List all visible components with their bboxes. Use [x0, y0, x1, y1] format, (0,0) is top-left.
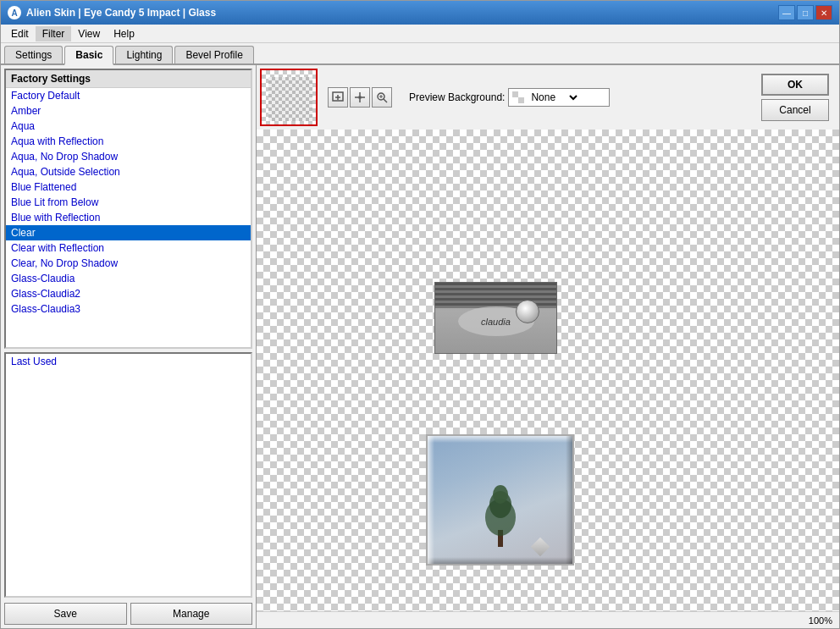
list-item[interactable]: Blue with Reflection — [6, 210, 251, 225]
claudia-preview: claudia — [434, 282, 557, 354]
pan-button[interactable] — [350, 87, 370, 108]
list-item[interactable]: Amber — [6, 103, 251, 119]
svg-point-3 — [358, 96, 362, 99]
left-panel: Factory Settings Factory Default Amber A… — [1, 65, 257, 628]
manage-button[interactable]: Manage — [130, 603, 253, 625]
right-panel: Preview Background: None White Black Cus… — [257, 65, 839, 628]
ok-cancel-area: OK Cancel — [761, 74, 836, 121]
main-window: A Alien Skin | Eye Candy 5 Impact | Glas… — [0, 0, 840, 629]
claudia-stripes — [435, 283, 556, 308]
thumbnail-box — [260, 69, 318, 126]
user-settings-item[interactable]: Last Used — [6, 354, 251, 369]
glass-bevel-top — [428, 436, 572, 443]
list-item[interactable]: Glass-Claudia — [6, 271, 251, 286]
user-settings-container[interactable]: Last Used — [4, 352, 252, 598]
list-item[interactable]: Clear, No Drop Shadow — [6, 256, 251, 271]
menu-help[interactable]: Help — [107, 26, 141, 41]
list-item[interactable]: Glass-Claudia2 — [6, 286, 251, 301]
title-bar: A Alien Skin | Eye Candy 5 Impact | Glas… — [1, 1, 839, 25]
glass-bevel-left — [428, 436, 434, 564]
list-item-selected[interactable]: Clear — [6, 225, 251, 240]
preview-bg-select-container[interactable]: None White Black Custom — [508, 88, 610, 107]
status-bar: 100% — [257, 611, 839, 628]
glass-background — [428, 436, 572, 564]
list-item[interactable]: Glass-Claudia3 — [6, 301, 251, 317]
menu-bar: Edit Filter View Help — [1, 25, 839, 43]
app-icon: A — [8, 6, 21, 19]
minimize-button[interactable]: — — [778, 5, 795, 20]
pan-icon — [353, 91, 367, 104]
toolbar-icons — [328, 87, 392, 108]
claudia-ball — [516, 300, 539, 323]
tab-lighting[interactable]: Lighting — [115, 46, 173, 63]
list-item[interactable]: Clear with Reflection — [6, 240, 251, 256]
glass-diamond — [531, 538, 550, 557]
close-button[interactable]: ✕ — [815, 5, 832, 20]
bottom-buttons: Save Manage — [1, 599, 256, 628]
list-item[interactable]: Aqua, Outside Selection — [6, 164, 251, 179]
right-toolbar: Preview Background: None White Black Cus… — [257, 65, 839, 130]
svg-rect-11 — [512, 97, 518, 103]
svg-rect-8 — [512, 91, 518, 97]
list-item[interactable]: Factory Default — [6, 88, 251, 103]
preview-bg-dropdown[interactable]: None White Black Custom — [528, 91, 580, 104]
glass-bevel-bottom — [428, 557, 572, 564]
glass-preview — [426, 434, 574, 566]
zoom-button[interactable] — [372, 87, 392, 108]
tab-bar: Settings Basic Lighting Bevel Profile — [1, 43, 839, 65]
cancel-button[interactable]: Cancel — [761, 99, 829, 121]
ok-button[interactable]: OK — [761, 74, 829, 96]
svg-point-15 — [493, 485, 508, 504]
window-controls: — □ ✕ — [778, 5, 832, 20]
checkerboard-icon — [512, 91, 524, 103]
thumbnail-inner — [268, 77, 312, 121]
list-item[interactable]: Aqua, No Drop Shadow — [6, 149, 251, 164]
preview-bg-label: Preview Background: — [409, 91, 505, 103]
svg-rect-9 — [518, 97, 524, 103]
svg-line-5 — [384, 99, 387, 102]
main-content: Factory Settings Factory Default Amber A… — [1, 65, 839, 628]
zoom-fit-button[interactable] — [328, 87, 348, 108]
list-item[interactable]: Blue Flattened — [6, 179, 251, 195]
tab-bevel-profile[interactable]: Bevel Profile — [174, 46, 253, 63]
factory-settings-header: Factory Settings — [6, 70, 251, 88]
svg-rect-10 — [518, 91, 524, 97]
zoom-fit-icon — [331, 91, 345, 104]
glass-bevel-right — [566, 436, 572, 564]
menu-edit[interactable]: Edit — [4, 26, 36, 41]
zoom-level: 100% — [809, 615, 832, 626]
menu-filter[interactable]: Filter — [36, 26, 72, 41]
preview-canvas: claudia — [257, 130, 839, 611]
zoom-icon — [375, 91, 389, 104]
save-button[interactable]: Save — [4, 603, 127, 625]
menu-view[interactable]: View — [71, 26, 107, 41]
list-item[interactable]: Aqua — [6, 119, 251, 134]
maximize-button[interactable]: □ — [797, 5, 814, 20]
list-item[interactable]: Blue Lit from Below — [6, 195, 251, 210]
tab-settings[interactable]: Settings — [4, 46, 63, 63]
list-item[interactable]: Aqua with Reflection — [6, 134, 251, 149]
glass-tree-svg — [479, 479, 522, 547]
settings-list-container: Factory Settings Factory Default Amber A… — [4, 69, 252, 349]
title-bar-text: Alien Skin | Eye Candy 5 Impact | Glass — [26, 7, 778, 19]
settings-list-scroll[interactable]: Factory Default Amber Aqua Aqua with Ref… — [6, 88, 251, 347]
tab-basic[interactable]: Basic — [64, 46, 113, 65]
